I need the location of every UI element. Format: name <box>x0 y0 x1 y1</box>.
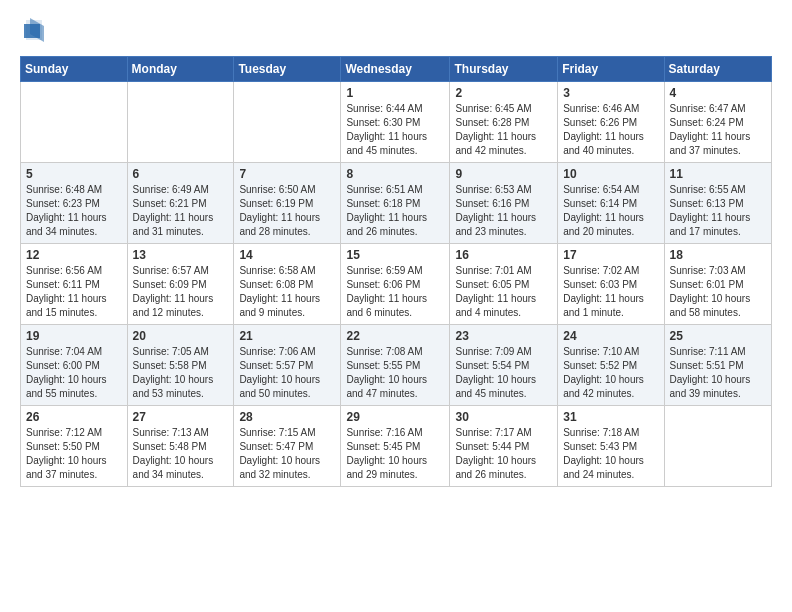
day-number: 3 <box>563 86 658 100</box>
weekday-tuesday: Tuesday <box>234 57 341 82</box>
day-number: 11 <box>670 167 766 181</box>
calendar-cell: 16Sunrise: 7:01 AM Sunset: 6:05 PM Dayli… <box>450 244 558 325</box>
calendar-cell: 20Sunrise: 7:05 AM Sunset: 5:58 PM Dayli… <box>127 325 234 406</box>
day-number: 14 <box>239 248 335 262</box>
calendar-cell: 6Sunrise: 6:49 AM Sunset: 6:21 PM Daylig… <box>127 163 234 244</box>
day-number: 20 <box>133 329 229 343</box>
calendar-table: SundayMondayTuesdayWednesdayThursdayFrid… <box>20 56 772 487</box>
logo <box>20 16 46 44</box>
day-info: Sunrise: 7:13 AM Sunset: 5:48 PM Dayligh… <box>133 426 229 482</box>
day-info: Sunrise: 6:48 AM Sunset: 6:23 PM Dayligh… <box>26 183 122 239</box>
logo-icon <box>22 16 46 44</box>
day-number: 5 <box>26 167 122 181</box>
day-info: Sunrise: 7:03 AM Sunset: 6:01 PM Dayligh… <box>670 264 766 320</box>
calendar-cell: 22Sunrise: 7:08 AM Sunset: 5:55 PM Dayli… <box>341 325 450 406</box>
day-info: Sunrise: 6:49 AM Sunset: 6:21 PM Dayligh… <box>133 183 229 239</box>
day-number: 15 <box>346 248 444 262</box>
week-row-2: 5Sunrise: 6:48 AM Sunset: 6:23 PM Daylig… <box>21 163 772 244</box>
calendar-cell: 8Sunrise: 6:51 AM Sunset: 6:18 PM Daylig… <box>341 163 450 244</box>
calendar-cell: 2Sunrise: 6:45 AM Sunset: 6:28 PM Daylig… <box>450 82 558 163</box>
day-number: 6 <box>133 167 229 181</box>
day-number: 8 <box>346 167 444 181</box>
weekday-monday: Monday <box>127 57 234 82</box>
day-info: Sunrise: 6:51 AM Sunset: 6:18 PM Dayligh… <box>346 183 444 239</box>
day-info: Sunrise: 6:59 AM Sunset: 6:06 PM Dayligh… <box>346 264 444 320</box>
calendar-cell: 19Sunrise: 7:04 AM Sunset: 6:00 PM Dayli… <box>21 325 128 406</box>
week-row-3: 12Sunrise: 6:56 AM Sunset: 6:11 PM Dayli… <box>21 244 772 325</box>
day-number: 13 <box>133 248 229 262</box>
week-row-1: 1Sunrise: 6:44 AM Sunset: 6:30 PM Daylig… <box>21 82 772 163</box>
calendar-cell: 5Sunrise: 6:48 AM Sunset: 6:23 PM Daylig… <box>21 163 128 244</box>
day-number: 2 <box>455 86 552 100</box>
day-info: Sunrise: 6:58 AM Sunset: 6:08 PM Dayligh… <box>239 264 335 320</box>
calendar-cell: 25Sunrise: 7:11 AM Sunset: 5:51 PM Dayli… <box>664 325 771 406</box>
day-number: 10 <box>563 167 658 181</box>
day-number: 30 <box>455 410 552 424</box>
day-number: 19 <box>26 329 122 343</box>
calendar-cell: 31Sunrise: 7:18 AM Sunset: 5:43 PM Dayli… <box>558 406 664 487</box>
weekday-sunday: Sunday <box>21 57 128 82</box>
calendar-cell: 23Sunrise: 7:09 AM Sunset: 5:54 PM Dayli… <box>450 325 558 406</box>
weekday-friday: Friday <box>558 57 664 82</box>
header <box>20 16 772 44</box>
day-info: Sunrise: 7:01 AM Sunset: 6:05 PM Dayligh… <box>455 264 552 320</box>
calendar-cell <box>664 406 771 487</box>
day-info: Sunrise: 7:10 AM Sunset: 5:52 PM Dayligh… <box>563 345 658 401</box>
calendar-cell: 11Sunrise: 6:55 AM Sunset: 6:13 PM Dayli… <box>664 163 771 244</box>
day-info: Sunrise: 6:57 AM Sunset: 6:09 PM Dayligh… <box>133 264 229 320</box>
calendar-cell: 12Sunrise: 6:56 AM Sunset: 6:11 PM Dayli… <box>21 244 128 325</box>
day-number: 23 <box>455 329 552 343</box>
calendar-cell <box>21 82 128 163</box>
day-info: Sunrise: 6:45 AM Sunset: 6:28 PM Dayligh… <box>455 102 552 158</box>
day-info: Sunrise: 7:05 AM Sunset: 5:58 PM Dayligh… <box>133 345 229 401</box>
day-number: 26 <box>26 410 122 424</box>
day-number: 27 <box>133 410 229 424</box>
week-row-4: 19Sunrise: 7:04 AM Sunset: 6:00 PM Dayli… <box>21 325 772 406</box>
svg-marker-2 <box>24 24 40 38</box>
weekday-thursday: Thursday <box>450 57 558 82</box>
day-number: 9 <box>455 167 552 181</box>
day-info: Sunrise: 6:54 AM Sunset: 6:14 PM Dayligh… <box>563 183 658 239</box>
calendar-cell: 15Sunrise: 6:59 AM Sunset: 6:06 PM Dayli… <box>341 244 450 325</box>
calendar-cell: 24Sunrise: 7:10 AM Sunset: 5:52 PM Dayli… <box>558 325 664 406</box>
weekday-wednesday: Wednesday <box>341 57 450 82</box>
day-number: 29 <box>346 410 444 424</box>
calendar-cell: 29Sunrise: 7:16 AM Sunset: 5:45 PM Dayli… <box>341 406 450 487</box>
calendar-cell: 18Sunrise: 7:03 AM Sunset: 6:01 PM Dayli… <box>664 244 771 325</box>
day-number: 25 <box>670 329 766 343</box>
day-number: 18 <box>670 248 766 262</box>
day-info: Sunrise: 7:04 AM Sunset: 6:00 PM Dayligh… <box>26 345 122 401</box>
calendar-cell: 9Sunrise: 6:53 AM Sunset: 6:16 PM Daylig… <box>450 163 558 244</box>
calendar-cell: 13Sunrise: 6:57 AM Sunset: 6:09 PM Dayli… <box>127 244 234 325</box>
calendar-cell: 3Sunrise: 6:46 AM Sunset: 6:26 PM Daylig… <box>558 82 664 163</box>
day-info: Sunrise: 7:15 AM Sunset: 5:47 PM Dayligh… <box>239 426 335 482</box>
day-number: 4 <box>670 86 766 100</box>
calendar-cell <box>127 82 234 163</box>
day-number: 31 <box>563 410 658 424</box>
calendar-cell: 28Sunrise: 7:15 AM Sunset: 5:47 PM Dayli… <box>234 406 341 487</box>
day-info: Sunrise: 7:06 AM Sunset: 5:57 PM Dayligh… <box>239 345 335 401</box>
day-number: 16 <box>455 248 552 262</box>
calendar-cell <box>234 82 341 163</box>
calendar-cell: 17Sunrise: 7:02 AM Sunset: 6:03 PM Dayli… <box>558 244 664 325</box>
day-number: 24 <box>563 329 658 343</box>
day-info: Sunrise: 6:46 AM Sunset: 6:26 PM Dayligh… <box>563 102 658 158</box>
day-number: 21 <box>239 329 335 343</box>
day-info: Sunrise: 6:44 AM Sunset: 6:30 PM Dayligh… <box>346 102 444 158</box>
day-number: 17 <box>563 248 658 262</box>
weekday-saturday: Saturday <box>664 57 771 82</box>
calendar-cell: 10Sunrise: 6:54 AM Sunset: 6:14 PM Dayli… <box>558 163 664 244</box>
day-number: 28 <box>239 410 335 424</box>
day-number: 22 <box>346 329 444 343</box>
day-number: 12 <box>26 248 122 262</box>
calendar-cell: 14Sunrise: 6:58 AM Sunset: 6:08 PM Dayli… <box>234 244 341 325</box>
day-info: Sunrise: 7:11 AM Sunset: 5:51 PM Dayligh… <box>670 345 766 401</box>
day-info: Sunrise: 6:55 AM Sunset: 6:13 PM Dayligh… <box>670 183 766 239</box>
calendar-cell: 4Sunrise: 6:47 AM Sunset: 6:24 PM Daylig… <box>664 82 771 163</box>
day-info: Sunrise: 6:53 AM Sunset: 6:16 PM Dayligh… <box>455 183 552 239</box>
day-info: Sunrise: 7:17 AM Sunset: 5:44 PM Dayligh… <box>455 426 552 482</box>
day-info: Sunrise: 6:56 AM Sunset: 6:11 PM Dayligh… <box>26 264 122 320</box>
day-number: 7 <box>239 167 335 181</box>
day-info: Sunrise: 6:47 AM Sunset: 6:24 PM Dayligh… <box>670 102 766 158</box>
day-info: Sunrise: 7:08 AM Sunset: 5:55 PM Dayligh… <box>346 345 444 401</box>
